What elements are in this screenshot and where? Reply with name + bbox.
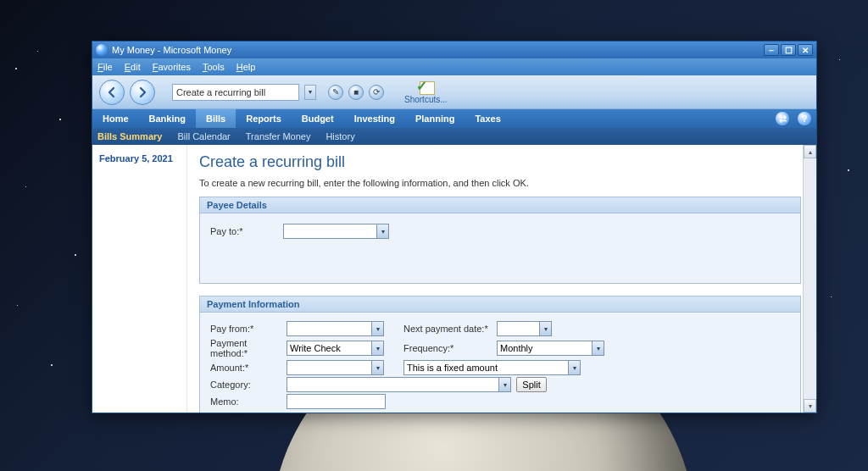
- menu-tools[interactable]: Tools: [203, 62, 225, 72]
- menubar: File Edit Favorites Tools Help: [92, 58, 816, 75]
- page-title: Create a recurring bill: [199, 153, 801, 171]
- menu-edit[interactable]: Edit: [125, 62, 141, 72]
- category-label: Category:: [210, 380, 287, 390]
- subtab-history[interactable]: History: [326, 131, 354, 141]
- sync-icon[interactable]: ⇄: [776, 112, 789, 125]
- category-field[interactable]: [287, 377, 498, 392]
- scroll-down-icon[interactable]: ▾: [804, 399, 816, 413]
- arrow-left-icon: [106, 86, 118, 98]
- payment-section-header: Payment Information: [200, 296, 800, 313]
- page-subtitle: To create a new recurring bill, enter th…: [199, 178, 801, 188]
- split-button[interactable]: Split: [516, 377, 547, 392]
- stop-icon[interactable]: ■: [348, 85, 364, 100]
- forward-button[interactable]: [130, 80, 155, 105]
- back-button[interactable]: [99, 80, 125, 105]
- address-text: Create a recurring bill: [176, 87, 265, 97]
- shortcuts-label: Shortcuts...: [404, 95, 448, 104]
- pay-from-dropdown[interactable]: ▾: [371, 321, 384, 336]
- sub-tabs: Bills Summary Bill Calendar Transfer Mon…: [92, 128, 816, 145]
- menu-favorites[interactable]: Favorites: [153, 62, 191, 72]
- memo-label: Memo:: [210, 396, 287, 407]
- amount-type-dropdown[interactable]: ▾: [568, 360, 581, 375]
- menu-help[interactable]: Help: [236, 62, 256, 72]
- address-dropdown[interactable]: ▾: [304, 85, 316, 100]
- payee-details-panel: Payee Details Pay to:* ▾: [199, 197, 801, 284]
- arrow-right-icon: [136, 86, 148, 98]
- subtab-transfer-money[interactable]: Transfer Money: [246, 131, 311, 141]
- nav-tabs: Home Banking Bills Reports Budget Invest…: [92, 109, 816, 128]
- amount-label: Amount:*: [210, 363, 287, 373]
- titlebar[interactable]: My Money - Microsoft Money – ☐ ✕: [92, 42, 816, 58]
- shortcuts-button[interactable]: Shortcuts...: [404, 80, 448, 104]
- tab-home[interactable]: Home: [92, 109, 139, 128]
- sidebar: February 5, 2021: [92, 145, 187, 413]
- minimize-button[interactable]: –: [764, 44, 779, 56]
- payment-method-label: Payment method:*: [210, 338, 287, 358]
- tab-investing[interactable]: Investing: [344, 109, 405, 128]
- memo-field[interactable]: [287, 394, 386, 409]
- subtab-bills-summary[interactable]: Bills Summary: [97, 131, 162, 141]
- menu-file[interactable]: File: [97, 62, 113, 72]
- current-date: February 5, 2021: [99, 153, 180, 163]
- tab-planning[interactable]: Planning: [405, 109, 465, 128]
- maximize-button[interactable]: ☐: [781, 44, 796, 56]
- amount-dropdown[interactable]: ▾: [371, 360, 384, 375]
- edit-icon[interactable]: ✎: [328, 85, 343, 100]
- amount-type-field[interactable]: [403, 360, 568, 375]
- content-area: February 5, 2021 Create a recurring bill…: [92, 145, 816, 413]
- scroll-up-icon[interactable]: ▴: [804, 145, 816, 158]
- toolbar: Create a recurring bill ▾ ✎ ■ ⟳ Shortcut…: [92, 75, 816, 109]
- next-payment-date-dropdown[interactable]: ▾: [539, 321, 552, 336]
- main-pane: Create a recurring bill To create a new …: [187, 145, 816, 413]
- subtab-bill-calendar[interactable]: Bill Calendar: [177, 131, 230, 141]
- pay-from-label: Pay from:*: [210, 324, 287, 334]
- amount-field[interactable]: [287, 360, 371, 375]
- app-window: My Money - Microsoft Money – ☐ ✕ File Ed…: [92, 41, 817, 413]
- frequency-field[interactable]: [497, 341, 592, 356]
- pay-from-field[interactable]: [287, 321, 371, 336]
- next-payment-date-field[interactable]: [497, 321, 539, 336]
- shortcuts-icon: [416, 80, 435, 95]
- pay-to-field[interactable]: [283, 224, 376, 239]
- tab-taxes[interactable]: Taxes: [465, 109, 510, 128]
- payment-method-dropdown[interactable]: ▾: [371, 341, 384, 356]
- payment-info-panel: Payment Information Pay from:* ▾ Next pa…: [199, 296, 801, 413]
- scrollbar[interactable]: ▴ ▾: [803, 145, 816, 413]
- address-box[interactable]: Create a recurring bill: [172, 84, 299, 101]
- help-icon[interactable]: ?: [798, 112, 811, 125]
- next-payment-date-label: Next payment date:*: [403, 324, 497, 334]
- tab-bills[interactable]: Bills: [196, 109, 236, 128]
- pay-to-label: Pay to:*: [210, 226, 283, 236]
- category-dropdown[interactable]: ▾: [498, 377, 511, 392]
- tab-banking[interactable]: Banking: [139, 109, 196, 128]
- close-button[interactable]: ✕: [798, 44, 813, 56]
- frequency-label: Frequency:*: [403, 343, 497, 353]
- tab-reports[interactable]: Reports: [236, 109, 292, 128]
- tab-budget[interactable]: Budget: [292, 109, 344, 128]
- payee-section-header: Payee Details: [200, 197, 800, 213]
- window-title: My Money - Microsoft Money: [112, 45, 764, 55]
- refresh-icon[interactable]: ⟳: [369, 85, 384, 100]
- frequency-dropdown[interactable]: ▾: [592, 341, 604, 356]
- app-icon: [96, 44, 108, 56]
- payment-method-field[interactable]: [287, 341, 371, 356]
- pay-to-dropdown[interactable]: ▾: [376, 224, 389, 239]
